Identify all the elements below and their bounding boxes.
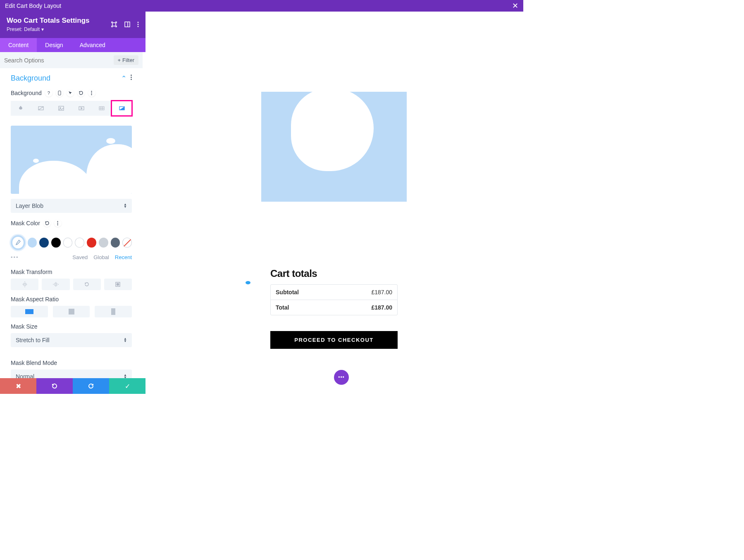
svg-point-7 bbox=[131, 77, 132, 78]
section-title: Background bbox=[11, 74, 50, 83]
topbar: Edit Cart Body Layout ✕ bbox=[0, 0, 523, 12]
cart-title: Cart totals bbox=[270, 268, 398, 279]
mask-size-select[interactable]: Stretch to Fill ▲▼ bbox=[11, 333, 132, 347]
palette-tab-global[interactable]: Global bbox=[93, 254, 109, 260]
mask-blend-mode-label: Mask Blend Mode bbox=[0, 354, 143, 369]
palette-tab-saved[interactable]: Saved bbox=[72, 254, 88, 260]
mask-color-label: Mask Color bbox=[11, 220, 40, 226]
mask-size-label: Mask Size bbox=[0, 317, 143, 333]
ratio-portrait[interactable] bbox=[95, 306, 132, 317]
more-icon[interactable] bbox=[88, 89, 95, 97]
svg-point-6 bbox=[131, 75, 132, 76]
reset-icon[interactable] bbox=[77, 89, 85, 97]
swatch[interactable] bbox=[39, 238, 49, 248]
svg-point-16 bbox=[60, 107, 61, 108]
svg-rect-9 bbox=[58, 91, 61, 95]
searchbar: + Filter bbox=[0, 52, 143, 68]
background-type-tabs bbox=[11, 101, 132, 116]
updown-icon: ▲▼ bbox=[124, 203, 127, 208]
color-swatches bbox=[0, 235, 143, 250]
svg-point-8 bbox=[131, 79, 132, 80]
table-row: Subtotal £187.00 bbox=[271, 285, 397, 300]
bg-type-mask[interactable] bbox=[112, 101, 132, 116]
cancel-button[interactable]: ✖ bbox=[0, 378, 36, 394]
swatch[interactable] bbox=[111, 238, 120, 248]
ratio-landscape[interactable] bbox=[11, 306, 48, 317]
canvas: Cart totals Subtotal £187.00 Total £187.… bbox=[145, 12, 523, 394]
svg-point-11 bbox=[91, 93, 92, 93]
tab-design[interactable]: Design bbox=[37, 38, 72, 52]
more-icon[interactable] bbox=[131, 74, 132, 82]
swatch[interactable] bbox=[99, 238, 108, 248]
palette-tab-recent[interactable]: Recent bbox=[115, 254, 132, 260]
flip-vertical-button[interactable] bbox=[42, 279, 69, 290]
help-icon[interactable]: ? bbox=[45, 89, 52, 97]
bottom-actions: ✖ ✓ bbox=[0, 378, 145, 394]
panel-icon[interactable] bbox=[124, 21, 131, 28]
background-label-row: Background ? bbox=[11, 89, 132, 97]
ratio-square[interactable] bbox=[53, 306, 90, 317]
layer-select[interactable]: Layer Blob ▲▼ bbox=[11, 199, 132, 213]
mobile-icon[interactable] bbox=[56, 89, 63, 97]
bg-type-image[interactable] bbox=[51, 101, 72, 116]
color-picker-button[interactable] bbox=[11, 235, 25, 250]
cursor-icon[interactable] bbox=[67, 89, 74, 97]
settings-panel[interactable]: Background ⌃ Background ? bbox=[0, 68, 143, 392]
svg-point-29 bbox=[117, 284, 119, 286]
expand-icon[interactable] bbox=[111, 21, 117, 28]
reset-icon[interactable] bbox=[43, 219, 51, 227]
tab-advanced[interactable]: Advanced bbox=[72, 38, 114, 52]
search-input[interactable] bbox=[4, 57, 114, 64]
bg-type-video[interactable] bbox=[71, 101, 91, 116]
mask-transform-label: Mask Transform bbox=[0, 263, 143, 279]
swatch[interactable] bbox=[28, 238, 37, 248]
filter-button[interactable]: + Filter bbox=[114, 55, 138, 65]
table-row: Total £187.00 bbox=[271, 300, 397, 315]
palette-tabs: ••• Saved Global Recent bbox=[0, 250, 143, 263]
more-colors-icon[interactable]: ••• bbox=[11, 254, 19, 260]
fab-more-icon[interactable] bbox=[334, 370, 349, 385]
chevron-down-icon: ▾ bbox=[41, 26, 44, 32]
bg-type-color[interactable] bbox=[11, 101, 31, 116]
invert-button[interactable] bbox=[104, 279, 132, 290]
preset-selector[interactable]: Preset: Default ▾ bbox=[7, 26, 90, 32]
bg-type-pattern[interactable] bbox=[91, 101, 112, 116]
rotate-button[interactable] bbox=[73, 279, 101, 290]
svg-rect-1 bbox=[125, 22, 130, 27]
more-icon[interactable] bbox=[54, 219, 62, 227]
swatch[interactable] bbox=[51, 238, 61, 248]
redo-button[interactable] bbox=[73, 378, 109, 394]
svg-line-14 bbox=[38, 107, 43, 110]
cart-totals-module[interactable]: Cart totals Subtotal £187.00 Total £187.… bbox=[261, 92, 407, 202]
save-button[interactable]: ✓ bbox=[109, 378, 145, 394]
section-header[interactable]: Background ⌃ bbox=[0, 68, 143, 87]
close-icon[interactable]: ✕ bbox=[512, 1, 518, 10]
svg-point-23 bbox=[57, 221, 58, 222]
svg-point-24 bbox=[57, 223, 58, 224]
updown-icon: ▲▼ bbox=[124, 338, 127, 343]
settings-header: Woo Cart Totals Settings Preset: Default… bbox=[0, 12, 145, 38]
tab-content[interactable]: Content bbox=[0, 38, 37, 52]
flip-horizontal-button[interactable] bbox=[11, 279, 38, 290]
chevron-up-icon[interactable]: ⌃ bbox=[121, 74, 126, 82]
swatch[interactable] bbox=[75, 238, 84, 248]
settings-title: Woo Cart Totals Settings bbox=[7, 17, 90, 25]
checkout-button[interactable]: PROCEED TO CHECKOUT bbox=[270, 331, 398, 349]
svg-point-4 bbox=[138, 24, 139, 25]
svg-point-10 bbox=[91, 91, 92, 92]
swatch[interactable] bbox=[63, 238, 73, 248]
aspect-ratio-buttons bbox=[0, 306, 143, 317]
svg-rect-0 bbox=[112, 23, 116, 26]
swatch[interactable] bbox=[87, 238, 96, 248]
svg-point-12 bbox=[91, 94, 92, 95]
mask-transform-buttons bbox=[0, 279, 143, 290]
topbar-title: Edit Cart Body Layout bbox=[5, 2, 61, 9]
svg-point-5 bbox=[138, 26, 139, 27]
background-preview bbox=[11, 126, 132, 194]
undo-button[interactable] bbox=[36, 378, 73, 394]
plus-icon: + bbox=[118, 57, 121, 63]
more-icon[interactable] bbox=[137, 21, 139, 28]
bg-type-gradient[interactable] bbox=[31, 101, 51, 116]
cart-table: Subtotal £187.00 Total £187.00 bbox=[270, 284, 398, 315]
swatch-none[interactable] bbox=[122, 238, 132, 248]
